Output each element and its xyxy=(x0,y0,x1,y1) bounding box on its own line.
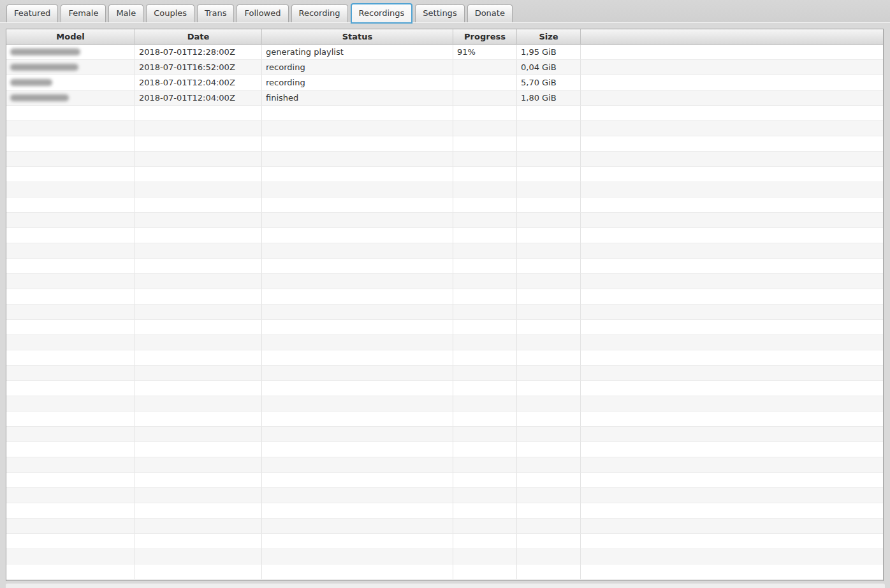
cell-progress xyxy=(453,243,517,259)
table-row-empty xyxy=(6,457,883,473)
column-header-status[interactable]: Status xyxy=(262,29,453,45)
table-row-empty xyxy=(6,412,883,427)
cell-model xyxy=(6,213,135,228)
cell-status xyxy=(262,121,453,136)
cell-status xyxy=(262,488,453,503)
cell-date xyxy=(135,152,262,167)
cell-size xyxy=(517,473,581,488)
cell-size xyxy=(517,213,581,228)
cell-size xyxy=(517,350,581,366)
cell-date xyxy=(135,320,262,335)
cell-filler xyxy=(581,228,883,243)
table-header-row: ModelDateStatusProgressSize xyxy=(6,29,883,45)
cell-filler xyxy=(581,381,883,396)
cell-size xyxy=(517,503,581,519)
cell-date xyxy=(135,335,262,350)
cell-size xyxy=(517,396,581,412)
cell-filler xyxy=(581,534,883,549)
cell-status xyxy=(262,457,453,473)
table-row-empty xyxy=(6,228,883,243)
cell-status xyxy=(262,442,453,457)
cell-status xyxy=(262,381,453,396)
cell-progress xyxy=(453,564,517,580)
cell-status xyxy=(262,228,453,243)
cell-date: 2018-07-01T12:04:00Z xyxy=(135,75,262,90)
table-row[interactable]: 2018-07-01T12:28:00Zgenerating playlist9… xyxy=(6,45,883,60)
table-row[interactable]: 2018-07-01T12:04:00Zfinished1,80 GiB xyxy=(6,90,883,106)
column-header-model[interactable]: Model xyxy=(6,29,135,45)
cell-status xyxy=(262,167,453,182)
cell-progress xyxy=(453,442,517,457)
table-row-empty xyxy=(6,305,883,320)
cell-model xyxy=(6,412,135,427)
table-row-empty xyxy=(6,274,883,289)
cell-status xyxy=(262,136,453,152)
cell-model xyxy=(6,152,135,167)
tab-featured[interactable]: Featured xyxy=(6,4,58,22)
tab-couples[interactable]: Couples xyxy=(146,4,194,22)
cell-filler xyxy=(581,488,883,503)
cell-model xyxy=(6,182,135,197)
tab-followed[interactable]: Followed xyxy=(237,4,288,22)
cell-size xyxy=(517,564,581,580)
column-header-date[interactable]: Date xyxy=(135,29,262,45)
cell-date xyxy=(135,488,262,503)
cell-status xyxy=(262,519,453,534)
cell-status xyxy=(262,412,453,427)
cell-date xyxy=(135,197,262,213)
cell-progress xyxy=(453,182,517,197)
tab-donate[interactable]: Donate xyxy=(467,4,513,22)
cell-model xyxy=(6,366,135,381)
cell-model xyxy=(6,503,135,519)
tab-recordings[interactable]: Recordings xyxy=(351,3,413,24)
cell-progress xyxy=(453,335,517,350)
cell-model xyxy=(6,45,135,60)
cell-date: 2018-07-01T12:04:00Z xyxy=(135,90,262,106)
cell-model xyxy=(6,121,135,136)
cell-size: 5,70 GiB xyxy=(517,75,581,90)
cell-filler xyxy=(581,197,883,213)
tab-content: ModelDateStatusProgressSize 2018-07-01T1… xyxy=(0,22,890,588)
cell-filler xyxy=(581,152,883,167)
cell-status xyxy=(262,320,453,335)
table-row-empty xyxy=(6,549,883,564)
cell-model xyxy=(6,396,135,412)
table-row[interactable]: 2018-07-01T16:52:00Zrecording0,04 GiB xyxy=(6,60,883,75)
cell-model xyxy=(6,519,135,534)
cell-status xyxy=(262,106,453,121)
cell-date xyxy=(135,228,262,243)
cell-progress xyxy=(453,412,517,427)
cell-model xyxy=(6,335,135,350)
cell-model xyxy=(6,442,135,457)
cell-filler xyxy=(581,442,883,457)
cell-filler xyxy=(581,45,883,60)
table-row-empty xyxy=(6,503,883,519)
cell-status xyxy=(262,503,453,519)
cell-size xyxy=(517,457,581,473)
cell-model xyxy=(6,197,135,213)
cell-progress xyxy=(453,259,517,274)
cell-size xyxy=(517,519,581,534)
cell-model xyxy=(6,534,135,549)
table-row[interactable]: 2018-07-01T12:04:00Zrecording5,70 GiB xyxy=(6,75,883,90)
cell-date xyxy=(135,534,262,549)
tab-female[interactable]: Female xyxy=(61,4,106,22)
horizontal-scrollbar[interactable] xyxy=(6,584,885,588)
cell-status: recording xyxy=(262,75,453,90)
cell-progress xyxy=(453,305,517,320)
cell-size xyxy=(517,549,581,564)
tab-male[interactable]: Male xyxy=(108,4,143,22)
cell-status xyxy=(262,305,453,320)
cell-date xyxy=(135,274,262,289)
tab-trans[interactable]: Trans xyxy=(197,4,234,22)
cell-status xyxy=(262,473,453,488)
column-header-filler[interactable] xyxy=(581,29,883,45)
column-header-size[interactable]: Size xyxy=(517,29,581,45)
cell-size xyxy=(517,243,581,259)
tab-settings[interactable]: Settings xyxy=(415,4,464,22)
cell-model xyxy=(6,167,135,182)
column-header-progress[interactable]: Progress xyxy=(453,29,517,45)
redacted-model-name xyxy=(10,79,52,86)
cell-date xyxy=(135,381,262,396)
tab-recording[interactable]: Recording xyxy=(291,4,348,22)
